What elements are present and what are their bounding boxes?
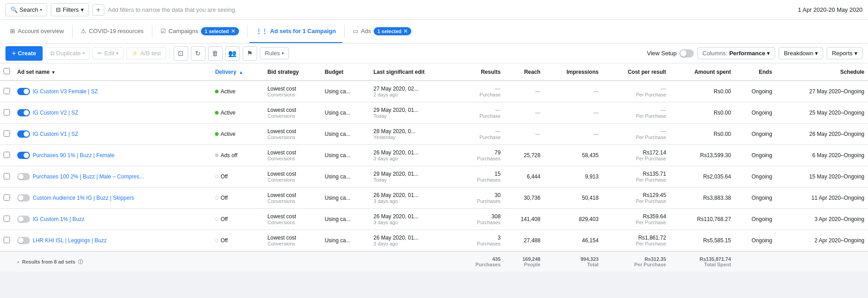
add-filter-button[interactable]: + <box>93 4 104 16</box>
select-all-checkbox[interactable] <box>4 68 10 74</box>
row-name-link-2[interactable]: IG Custom V1 | SZ <box>33 131 78 137</box>
edit-button[interactable]: ✏ Edit ▾ <box>93 47 123 59</box>
row-checkbox-cell <box>0 145 14 166</box>
row-name-link-6[interactable]: IG Custom 1% | Buzz <box>33 216 85 222</box>
row-impressions-cell: 50,418 <box>544 187 602 209</box>
rules-button[interactable]: Rules ▾ <box>260 47 289 59</box>
row-toggle-7[interactable] <box>17 237 30 244</box>
archive-button[interactable]: ⊡ <box>174 46 188 61</box>
tab-campaigns[interactable]: ☑ Campaigns 1 selected ✕ <box>154 20 245 43</box>
flag-button[interactable]: ⚑ <box>243 46 257 61</box>
row-delivery-cell: Active <box>211 124 263 145</box>
row-name-link-5[interactable]: Custom Audience 1% IG | Buzz | Skippers <box>33 195 134 201</box>
row-results-cell: — Purchase <box>456 81 504 102</box>
tab-covid-resources[interactable]: ⚠ COVID-19 resources <box>74 20 150 43</box>
row-results-cell: — Purchase <box>456 102 504 124</box>
create-button[interactable]: + Create <box>5 46 43 61</box>
ads-badge-close-icon[interactable]: ✕ <box>403 28 408 34</box>
tab-ads[interactable]: ▭ Ads 1 selected ✕ <box>346 20 418 43</box>
reports-button[interactable]: Reports ▾ <box>827 47 863 59</box>
row-toggle-5[interactable] <box>17 194 30 202</box>
header-ad-set-name[interactable]: Ad set name ▾ <box>14 63 211 81</box>
row-delivery-cell: Ads off <box>211 145 263 166</box>
row-impressions-val: — <box>593 88 599 95</box>
header-delivery[interactable]: Delivery ▲ <box>211 63 263 81</box>
row-name-cell: IG Custom V2 | SZ <box>14 102 211 124</box>
row-status-dot-0 <box>215 90 219 93</box>
row-amount-cell: Rs5,585.15 <box>670 230 735 252</box>
row-cost-cell: Rs359.64 Per Purchase <box>602 209 670 230</box>
row-budget-cell: Using ca... <box>321 81 370 102</box>
filters-button[interactable]: ⊟ Filters ▾ <box>51 3 88 16</box>
row-cost-type: Per Purchase <box>636 135 666 140</box>
row-cost-type: Per Purchase <box>636 220 666 225</box>
row-checkbox-6[interactable] <box>4 216 10 222</box>
row-toggle-0[interactable] <box>17 88 30 95</box>
row-checkbox-3[interactable] <box>4 152 10 158</box>
row-cost-cell: Rs129.45 Per Purchase <box>602 187 670 209</box>
row-delivery-cell: Off <box>211 187 263 209</box>
footer-impressions-type: Total <box>548 262 599 267</box>
row-impressions-val: — <box>593 110 599 116</box>
view-setup-toggle[interactable] <box>679 49 694 58</box>
row-cost-val: — <box>661 86 666 92</box>
row-delivery-label-7: Off <box>220 237 228 244</box>
row-delivery-label-3: Ads off <box>220 152 237 159</box>
row-bid-line1: Lowest cost <box>268 128 317 135</box>
header-cost-per-result: Cost per result <box>602 63 670 81</box>
nav-divider-1 <box>72 25 73 38</box>
columns-button[interactable]: Columns: Performance ▾ <box>697 47 775 59</box>
row-checkbox-2[interactable] <box>4 130 10 137</box>
duplicate-button[interactable]: ⧉ Duplicate ▾ <box>45 47 90 60</box>
row-toggle-3[interactable] <box>17 152 30 159</box>
row-amount-val: Rs110,768.27 <box>697 216 731 222</box>
row-name-link-0[interactable]: IG Custom V3 Female | SZ <box>33 88 98 95</box>
row-checkbox-7[interactable] <box>4 237 10 243</box>
row-reach-val: — <box>535 131 541 137</box>
ab-test-label: A/B test <box>140 50 161 57</box>
footer-cost-number: Rs312.35 <box>606 256 666 262</box>
row-checkbox-4[interactable] <box>4 173 10 179</box>
header-bid-strategy: Bid strategy <box>264 63 321 81</box>
row-name-link-4[interactable]: Purchases 100 2% | Buzz | Male – Compres… <box>33 173 144 180</box>
row-toggle-1[interactable] <box>17 109 30 116</box>
table-row: IG Custom 1% | Buzz Off Lowest cost Conv… <box>0 209 868 230</box>
row-ends-cell: Ongoing <box>735 209 776 230</box>
row-edit-date: 26 May 2020, 01... <box>373 192 452 198</box>
row-name-link-7[interactable]: LHR KHI ISL | Leggings | Buzz <box>33 237 107 244</box>
tab-account-overview[interactable]: ⊞ Account overview <box>4 20 70 43</box>
header-amount-spent: Amount spent <box>670 63 735 81</box>
row-name-link-3[interactable]: Purchases 90 1% | Buzz | Female <box>33 152 114 159</box>
row-impressions-cell: 58,435 <box>544 145 602 166</box>
delete-button[interactable]: 🗑 <box>208 46 223 61</box>
row-ends-cell: Ongoing <box>735 166 776 187</box>
row-bid-line2: Conversions <box>268 198 317 204</box>
row-ends-cell: Ongoing <box>735 187 776 209</box>
row-checkbox-cell <box>0 187 14 209</box>
row-checkbox-1[interactable] <box>4 109 10 115</box>
row-toggle-2[interactable] <box>17 130 30 138</box>
row-name-link-1[interactable]: IG Custom V2 | SZ <box>33 110 78 116</box>
table-row: LHR KHI ISL | Leggings | Buzz Off Lowest… <box>0 230 868 252</box>
row-delivery-cell: Off <box>211 166 263 187</box>
refresh-button[interactable]: ↻ <box>191 46 205 61</box>
row-checkbox-0[interactable] <box>4 88 10 94</box>
row-name-cell: Custom Audience 1% IG | Buzz | Skippers <box>14 187 211 209</box>
row-bid-line1: Lowest cost <box>268 149 317 156</box>
row-impressions-cell: 9,913 <box>544 166 602 187</box>
footer-info-icon[interactable]: ⓘ <box>78 259 83 264</box>
row-delivery-label-0: Active <box>220 88 235 95</box>
row-name-cell: IG Custom V1 | SZ <box>14 124 211 145</box>
breakdown-button[interactable]: Breakdown ▾ <box>779 47 823 59</box>
tab-adsets[interactable]: ⋮⋮ Ad sets for 1 Campaign <box>249 20 342 43</box>
row-toggle-6[interactable] <box>17 216 30 223</box>
row-name-cell: LHR KHI ISL | Leggings | Buzz <box>14 230 211 252</box>
ab-test-icon: ⚡ <box>131 50 138 57</box>
search-button[interactable]: 🔍 Search ▾ <box>5 3 47 16</box>
row-toggle-4[interactable] <box>17 173 30 180</box>
campaigns-badge-close-icon[interactable]: ✕ <box>231 28 235 34</box>
row-checkbox-5[interactable] <box>4 194 10 201</box>
audience-button[interactable]: 👥 <box>225 46 240 61</box>
ab-test-button[interactable]: ⚡ A/B test <box>126 47 166 59</box>
footer-expand-icon[interactable]: › <box>17 259 19 264</box>
